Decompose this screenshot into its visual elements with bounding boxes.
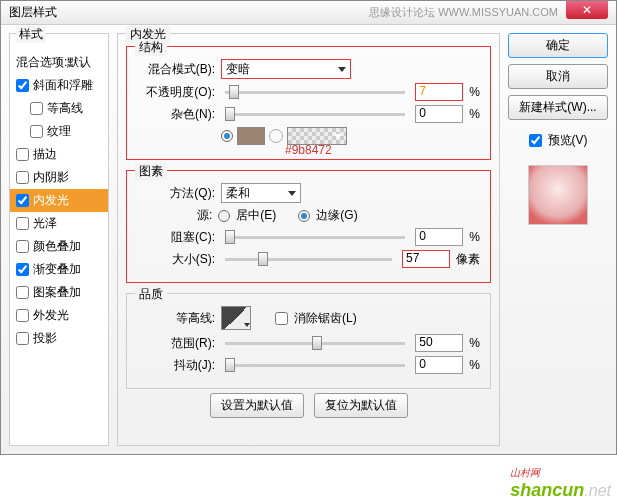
center-label: 居中(E) <box>236 207 276 224</box>
sidebar-checkbox[interactable] <box>16 309 29 322</box>
sidebar-item[interactable]: 图案叠加 <box>10 281 108 304</box>
center-radio[interactable] <box>218 210 230 222</box>
sidebar-checkbox[interactable] <box>16 79 29 92</box>
sidebar-item[interactable]: 光泽 <box>10 212 108 235</box>
make-default-button[interactable]: 设置为默认值 <box>210 393 304 418</box>
jitter-label: 抖动(J): <box>137 357 215 374</box>
opacity-input[interactable]: 7 <box>415 83 463 101</box>
sidebar-item[interactable]: 纹理 <box>10 120 108 143</box>
sidebar-item-label: 外发光 <box>33 307 69 324</box>
color-swatch[interactable] <box>237 127 265 145</box>
noise-slider[interactable] <box>225 113 405 116</box>
edge-radio[interactable] <box>298 210 310 222</box>
contour-label: 等高线: <box>137 310 215 327</box>
blend-mode-dropdown[interactable]: 变暗 <box>221 59 351 79</box>
contour-picker[interactable] <box>221 306 251 330</box>
jitter-slider[interactable] <box>225 364 405 367</box>
blend-mode-label: 混合模式(B): <box>137 61 215 78</box>
watermark: 山村网 shancun.net <box>510 465 611 501</box>
sidebar-item-label: 纹理 <box>47 123 71 140</box>
size-label: 大小(S): <box>137 251 215 268</box>
dialog-subtitle: 思缘设计论坛 WWW.MISSYUAN.COM <box>369 5 558 20</box>
new-style-button[interactable]: 新建样式(W)... <box>508 95 608 120</box>
chevron-down-icon <box>244 323 250 327</box>
edge-label: 边缘(G) <box>316 207 357 224</box>
sidebar-item[interactable]: 渐变叠加 <box>10 258 108 281</box>
sidebar-item[interactable]: 斜面和浮雕 <box>10 74 108 97</box>
blend-options-item[interactable]: 混合选项:默认 <box>10 51 108 74</box>
sidebar-checkbox[interactable] <box>16 240 29 253</box>
antialias-label: 消除锯齿(L) <box>294 310 357 327</box>
noise-input[interactable]: 0 <box>415 105 463 123</box>
sidebar-item[interactable]: 投影 <box>10 327 108 350</box>
reset-default-button[interactable]: 复位为默认值 <box>314 393 408 418</box>
color-radio[interactable] <box>221 130 233 142</box>
chevron-down-icon <box>334 134 342 139</box>
dialog-title: 图层样式 <box>9 4 369 21</box>
size-input[interactable]: 57 <box>402 250 450 268</box>
sidebar-checkbox[interactable] <box>16 286 29 299</box>
opacity-label: 不透明度(O): <box>137 84 215 101</box>
ok-button[interactable]: 确定 <box>508 33 608 58</box>
noise-label: 杂色(N): <box>137 106 215 123</box>
range-slider[interactable] <box>225 342 405 345</box>
chevron-down-icon <box>338 67 346 72</box>
structure-title: 结构 <box>135 39 167 56</box>
sidebar-item[interactable]: 等高线 <box>10 97 108 120</box>
sidebar-item[interactable]: 内发光 <box>10 189 108 212</box>
sidebar-item-label: 投影 <box>33 330 57 347</box>
size-slider[interactable] <box>225 258 392 261</box>
choke-input[interactable]: 0 <box>415 228 463 246</box>
sidebar-item[interactable]: 描边 <box>10 143 108 166</box>
preview-swatch <box>528 165 588 225</box>
antialias-checkbox[interactable] <box>275 312 288 325</box>
opacity-slider[interactable] <box>225 91 405 94</box>
sidebar-checkbox[interactable] <box>16 217 29 230</box>
sidebar-item-label: 等高线 <box>47 100 83 117</box>
sidebar-item-label: 颜色叠加 <box>33 238 81 255</box>
gradient-radio[interactable] <box>269 129 283 143</box>
element-group: 图素 方法(Q): 柔和 源: 居中(E) 边缘(G) <box>126 170 491 283</box>
sidebar-item-label: 图案叠加 <box>33 284 81 301</box>
cancel-button[interactable]: 取消 <box>508 64 608 89</box>
sidebar-item-label: 内发光 <box>33 192 69 209</box>
quality-title: 品质 <box>135 286 167 303</box>
range-label: 范围(R): <box>137 335 215 352</box>
sidebar-checkbox[interactable] <box>16 263 29 276</box>
sidebar-item-label: 内阴影 <box>33 169 69 186</box>
sidebar-item[interactable]: 内阴影 <box>10 166 108 189</box>
sidebar-item[interactable]: 颜色叠加 <box>10 235 108 258</box>
preview-label: 预览(V) <box>548 132 588 149</box>
styles-sidebar: 样式 混合选项:默认 斜面和浮雕等高线纹理描边内阴影内发光光泽颜色叠加渐变叠加图… <box>9 33 109 446</box>
sidebar-checkbox[interactable] <box>16 148 29 161</box>
choke-unit: % <box>469 230 480 244</box>
sidebar-checkbox[interactable] <box>16 332 29 345</box>
structure-group: 结构 混合模式(B): 变暗 不透明度(O): 7 % 杂色(N <box>126 46 491 160</box>
sidebar-item-label: 斜面和浮雕 <box>33 77 93 94</box>
jitter-input[interactable]: 0 <box>415 356 463 374</box>
opacity-unit: % <box>469 85 480 99</box>
quality-group: 品质 等高线: 消除锯齿(L) 范围(R): 50 % <box>126 293 491 389</box>
size-unit: 像素 <box>456 251 480 268</box>
range-unit: % <box>469 336 480 350</box>
choke-slider[interactable] <box>225 236 405 239</box>
jitter-unit: % <box>469 358 480 372</box>
source-label: 源: <box>197 207 212 224</box>
element-title: 图素 <box>135 163 167 180</box>
preview-checkbox[interactable] <box>529 134 542 147</box>
close-button[interactable]: ✕ <box>566 1 608 19</box>
sidebar-checkbox[interactable] <box>30 102 43 115</box>
method-dropdown[interactable]: 柔和 <box>221 183 301 203</box>
color-annotation: #9b8472 <box>285 143 332 157</box>
right-panel: 确定 取消 新建样式(W)... 预览(V) <box>508 33 608 446</box>
chevron-down-icon <box>288 191 296 196</box>
sidebar-header: 样式 <box>16 26 46 43</box>
sidebar-checkbox[interactable] <box>16 171 29 184</box>
sidebar-checkbox[interactable] <box>16 194 29 207</box>
range-input[interactable]: 50 <box>415 334 463 352</box>
sidebar-item-label: 渐变叠加 <box>33 261 81 278</box>
method-label: 方法(Q): <box>137 185 215 202</box>
sidebar-item[interactable]: 外发光 <box>10 304 108 327</box>
titlebar[interactable]: 图层样式 思缘设计论坛 WWW.MISSYUAN.COM ✕ <box>1 1 616 25</box>
sidebar-checkbox[interactable] <box>30 125 43 138</box>
